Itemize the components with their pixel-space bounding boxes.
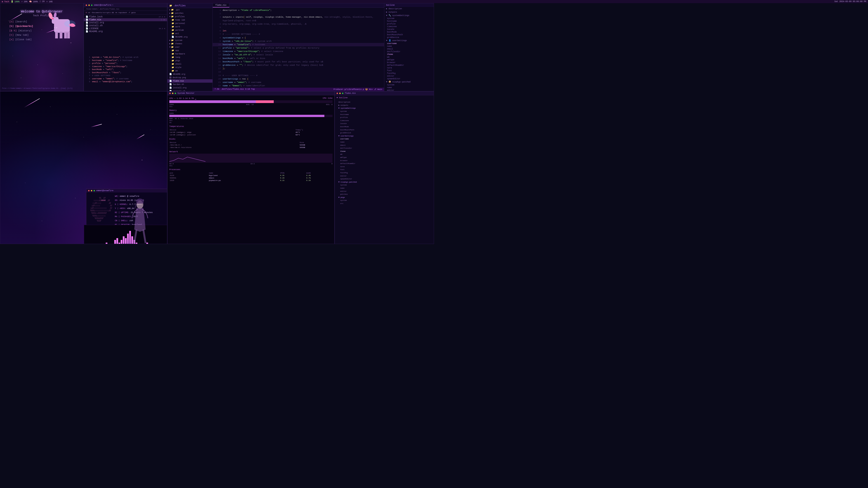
tree-lang[interactable]: 📁 lang xyxy=(167,56,213,59)
outline-usersettings[interactable]: ▼ 👤 userSettings xyxy=(384,39,434,42)
tree-wsl[interactable]: 📁 wsl xyxy=(167,32,213,35)
e2-item-dotfilesdir[interactable]: dotfilesDir xyxy=(337,147,432,150)
outline-wmtype[interactable]: wmType xyxy=(384,59,434,61)
outline-editor[interactable]: editor xyxy=(384,75,434,77)
tree-worklab[interactable]: 📁 worklab xyxy=(167,29,213,32)
outline-font[interactable]: font xyxy=(384,69,434,72)
outline-bootmountpath[interactable]: bootMountPath xyxy=(384,33,434,36)
e2-item-profile[interactable]: profile xyxy=(337,116,432,119)
e2-item-np-patches[interactable]: patches xyxy=(337,193,432,196)
dot-minimize[interactable] xyxy=(88,4,90,6)
e2-item-systemsettings[interactable]: ▼ systemSettings xyxy=(337,107,432,110)
outline-email[interactable]: email xyxy=(384,48,434,51)
e2-item-editor[interactable]: editor xyxy=(337,174,432,177)
e2-dot-max[interactable] xyxy=(342,93,343,94)
e2-item-font[interactable]: font xyxy=(337,168,432,171)
e2-dot-close[interactable] xyxy=(337,93,338,94)
outline-outputs[interactable]: ▶ outputs xyxy=(384,10,434,14)
file-item-installsh[interactable]: 📄 install.sh xyxy=(84,24,167,27)
e2-item-nixpkgs-patched[interactable]: ▼ nixpkgs-patched xyxy=(337,181,432,184)
e2-item-wm[interactable]: wm xyxy=(337,153,432,156)
e2-item-bootmountpath[interactable]: bootMountPath xyxy=(337,128,432,131)
e2-item-np-system[interactable]: system xyxy=(337,184,432,187)
outline-system[interactable]: system xyxy=(384,17,434,20)
outline-np-system[interactable]: system xyxy=(384,84,434,86)
outline-spawneditor[interactable]: spawnEditor xyxy=(384,77,434,80)
tree-patches[interactable]: ▶ 📁 patches xyxy=(167,11,213,15)
outline-timezone[interactable]: timezone xyxy=(384,25,434,28)
e2-item-theme[interactable]: theme xyxy=(337,150,432,153)
file-item-flakelock[interactable]: 📄 flake.lock 27.5 K xyxy=(84,15,167,18)
outline-theme[interactable]: theme xyxy=(384,53,434,56)
e2-item-usersettings[interactable]: ▼ userSettings xyxy=(337,134,432,138)
outline-description[interactable]: ▶ description xyxy=(384,7,434,10)
e2-item-username[interactable]: username xyxy=(337,137,432,140)
dot-maximize[interactable] xyxy=(91,4,92,6)
editor-tab-flakenix[interactable]: flake.nix xyxy=(213,3,229,7)
tree-shell[interactable]: 📁 shell xyxy=(167,62,213,66)
dot-close[interactable] xyxy=(86,4,87,6)
tree-flakenix[interactable]: 📄 flake.nix xyxy=(167,79,213,83)
outline-username[interactable]: username xyxy=(384,42,434,45)
tree-hardware[interactable]: 📁 hardware xyxy=(167,52,213,56)
e2-item-browser[interactable]: browser xyxy=(337,159,432,162)
editor2-code[interactable]: ▼ Outline description ▶ outputs ▼ system… xyxy=(335,95,434,244)
tree-work[interactable]: 📁 work xyxy=(167,25,213,29)
e2-item-np-editor[interactable]: editor xyxy=(337,190,432,193)
outline-np-editor[interactable]: editor xyxy=(384,89,434,91)
tree-style[interactable]: 📁 style xyxy=(167,66,213,69)
e2-item-pkgs-src[interactable]: src xyxy=(337,202,432,205)
mon-dot-min[interactable] xyxy=(172,93,174,94)
e2-item-term[interactable]: term xyxy=(337,165,432,168)
outline-np-name[interactable]: name xyxy=(384,86,434,89)
e2-item-pkgs-system[interactable]: system xyxy=(337,199,432,202)
tree-desktop[interactable]: 🖼 desktop.png xyxy=(167,76,213,79)
outline-fontpkg[interactable]: fontPkg xyxy=(384,72,434,75)
outline-term[interactable]: term xyxy=(384,67,434,69)
outline-grubdevice[interactable]: grubDevice xyxy=(384,36,434,39)
file-item-license[interactable]: 📄 LICENSE 34.2 K xyxy=(84,27,167,30)
outline-defaultroamdir[interactable]: defaultRoamDir xyxy=(384,64,434,67)
tree-pkgs[interactable]: 📁 pkgs xyxy=(167,59,213,62)
tree-wm[interactable]: 📁 wm xyxy=(167,69,213,72)
mon-dot-max[interactable] xyxy=(175,93,176,94)
e2-item-fontpkg[interactable]: fontPkg xyxy=(337,171,432,174)
tree-git[interactable]: ▶ 📁 .git xyxy=(167,8,213,11)
nf-dot-max[interactable] xyxy=(94,190,95,191)
outline-browser[interactable]: browser xyxy=(384,61,434,64)
tree-themes[interactable]: ▶ 📁 themes xyxy=(167,42,213,45)
tree-system[interactable]: ▶ 📁 system xyxy=(167,39,213,42)
nf-dot-close[interactable] xyxy=(88,190,90,191)
e2-item-np-name[interactable]: name xyxy=(337,187,432,190)
outline-bootmode[interactable]: bootMode xyxy=(384,31,434,33)
outline-nixpkgs-patched[interactable]: ▼ 📦 nixpkgs-patched xyxy=(384,80,434,84)
file-item-readme[interactable]: 📄 README.org xyxy=(84,30,167,33)
e2-item-bootmode[interactable]: bootMode xyxy=(337,125,432,128)
outline-wm[interactable]: wm xyxy=(384,56,434,59)
outline-profile[interactable]: profile xyxy=(384,23,434,25)
tree-readme[interactable]: 📄 README.org xyxy=(167,72,213,76)
tree-app[interactable]: 📁 app xyxy=(167,49,213,52)
outline-locale[interactable]: locale xyxy=(384,28,434,31)
tree-readmeorg[interactable]: 📄 README.org xyxy=(167,35,213,39)
e2-item-description[interactable]: description xyxy=(337,101,432,104)
tree-personal[interactable]: 📁 personal xyxy=(167,22,213,25)
mon-dot-close[interactable] xyxy=(169,93,170,94)
outline-name[interactable]: name xyxy=(384,45,434,48)
e2-item-wmtype[interactable]: wmType xyxy=(337,156,432,159)
e2-dot-min[interactable] xyxy=(339,93,341,94)
tree-installsh[interactable]: 📄 install.sh xyxy=(167,90,213,91)
tree-profiles[interactable]: ▼ 📁 profiles xyxy=(167,15,213,18)
file-item-flakenix[interactable]: 📄 flake.nix 2.2K xyxy=(84,18,167,21)
e2-item-defaultroamdir[interactable]: defaultRoamDir xyxy=(337,162,432,165)
e2-item-outputs[interactable]: ▶ outputs xyxy=(337,104,432,107)
e2-item-locale[interactable]: locale xyxy=(337,122,432,125)
tree-hardensh[interactable]: 📄 harden.sh xyxy=(167,83,213,86)
e2-item-pkgs[interactable]: ▼ pkgs xyxy=(337,196,432,199)
outline-dotfilesdir[interactable]: dotfilesDir xyxy=(384,51,434,53)
file-item-installorg[interactable]: 📄 install.org xyxy=(84,21,167,24)
e2-item-email[interactable]: email xyxy=(337,144,432,147)
outline-systemsettings[interactable]: ▼ 🔧 systemSettings xyxy=(384,14,434,17)
e2-item-timezone[interactable]: timezone xyxy=(337,119,432,122)
nf-dot-min[interactable] xyxy=(91,190,92,191)
